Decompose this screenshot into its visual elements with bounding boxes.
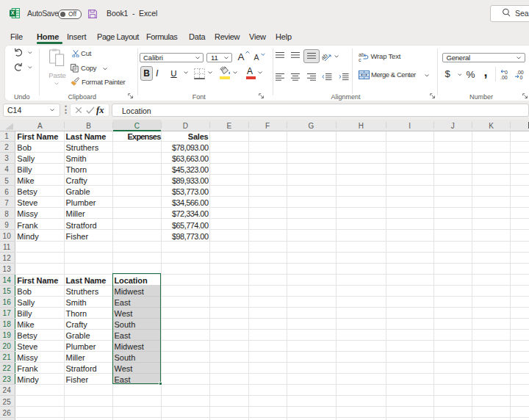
svg-text:A: A — [254, 53, 259, 62]
svg-text:0: 0 — [505, 70, 508, 75]
svg-text:.00: .00 — [500, 75, 508, 79]
svg-text:.00: .00 — [517, 70, 524, 75]
svg-text:A: A — [238, 51, 245, 62]
svg-text:c: c — [359, 57, 361, 62]
svg-text:fx: fx — [96, 105, 104, 115]
svg-text:X: X — [11, 10, 15, 16]
svg-text:ab: ab — [359, 51, 364, 57]
svg-text:0: 0 — [519, 75, 522, 79]
